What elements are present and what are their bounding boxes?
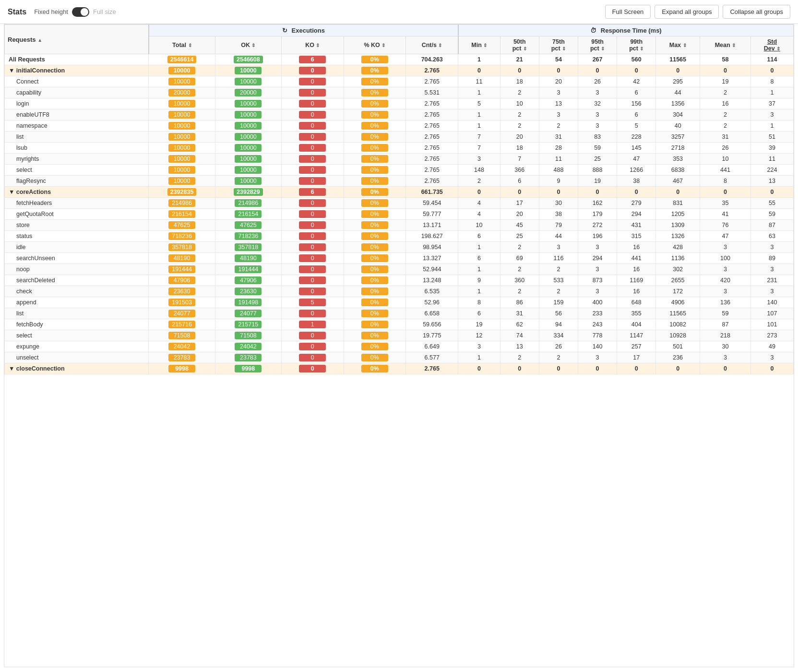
cell-mean: 441 [700, 165, 750, 176]
cell-p75: 13 [539, 98, 578, 109]
cell-pct-ko: 0% [344, 87, 406, 98]
cell-ko: 0 [282, 65, 344, 76]
cell-pct-ko: 0% [344, 319, 406, 330]
cell-p95: 25 [578, 154, 617, 165]
table-row: searchUnseen481904819000%13.327669116294… [5, 253, 794, 264]
cell-mean: 76 [700, 220, 750, 231]
cell-p99: 145 [617, 143, 656, 154]
cell-name: ▼ initialConnection [5, 65, 149, 76]
th-max[interactable]: Max ⇕ [656, 36, 700, 54]
cell-p99: 294 [617, 209, 656, 220]
th-mean[interactable]: Mean ⇕ [700, 36, 750, 54]
cell-min: 11 [458, 76, 500, 87]
th-p75[interactable]: 75thpct ⇕ [539, 36, 578, 54]
cell-cnts: 2.765 [406, 154, 458, 165]
th-pct-ko[interactable]: % KO ⇕ [344, 36, 406, 54]
th-cnts[interactable]: Cnt/s ⇕ [406, 36, 458, 54]
cell-total: 71508 [149, 330, 215, 341]
cell-stddev: 11 [750, 154, 793, 165]
th-stddev[interactable]: StdDev ⇕ [750, 36, 793, 54]
th-requests-header: Requests ▲ [5, 25, 149, 54]
cell-ok: 10000 [215, 143, 281, 154]
cell-pct-ko: 0% [344, 132, 406, 143]
cell-p99: 5 [617, 120, 656, 132]
cell-min: 19 [458, 319, 500, 330]
cell-ko: 1 [282, 319, 344, 330]
cell-p50: 2 [500, 109, 539, 120]
cell-total: 10000 [149, 98, 215, 109]
cell-p99: 17 [617, 352, 656, 363]
cell-min: 148 [458, 165, 500, 176]
cell-max: 353 [656, 154, 700, 165]
collapse-all-button[interactable]: Collapse all groups [723, 5, 790, 19]
cell-p50: 20 [500, 132, 539, 143]
cell-p75: 2 [539, 286, 578, 297]
cell-p75: 9 [539, 176, 578, 187]
th-min[interactable]: Min ⇕ [458, 36, 500, 54]
cell-cnts: 59.777 [406, 209, 458, 220]
cell-pct-ko: 0% [344, 143, 406, 154]
cell-name: unselect [5, 352, 149, 363]
cell-p95: 0 [578, 65, 617, 76]
cell-p99: 228 [617, 132, 656, 143]
cell-total: 10000 [149, 165, 215, 176]
stats-table: Requests ▲ ↻ Executions ⏱ Response Time … [4, 24, 794, 374]
cell-pct-ko: 0% [344, 352, 406, 363]
cell-p99: 1266 [617, 165, 656, 176]
cell-max: 2718 [656, 143, 700, 154]
cell-ok: 10000 [215, 165, 281, 176]
cell-p50: 18 [500, 143, 539, 154]
cell-max: 0 [656, 187, 700, 198]
cell-pct-ko: 0% [344, 297, 406, 308]
table-row: getQuotaRoot21615421615400%59.7774203817… [5, 209, 794, 220]
table-row: lsub100001000000%2.765718285914527182639 [5, 143, 794, 154]
cell-total: 24042 [149, 341, 215, 352]
table-row: select715087150800%19.775127433477811471… [5, 330, 794, 341]
cell-ko: 0 [282, 198, 344, 209]
cell-name: Connect [5, 76, 149, 87]
cell-max: 501 [656, 341, 700, 352]
expand-all-button[interactable]: Expand all groups [655, 5, 719, 19]
cell-p95: 888 [578, 165, 617, 176]
table-row: fetchBody21571621571510%59.6561962942434… [5, 319, 794, 330]
cell-name: namespace [5, 120, 149, 132]
executions-label: Executions [292, 27, 325, 34]
cell-p95: 0 [578, 187, 617, 198]
cell-stddev: 8 [750, 76, 793, 87]
cell-p75: 31 [539, 132, 578, 143]
cell-name: myrights [5, 154, 149, 165]
th-ko[interactable]: KO ⇕ [282, 36, 344, 54]
cell-name: noop [5, 264, 149, 275]
requests-sort[interactable]: ▲ [37, 37, 42, 43]
cell-p99: 315 [617, 231, 656, 242]
cell-min: 6 [458, 308, 500, 319]
cell-mean: 0 [700, 363, 750, 374]
cell-cnts: 661.735 [406, 187, 458, 198]
cell-min: 6 [458, 231, 500, 242]
cell-pct-ko: 0% [344, 198, 406, 209]
cell-max: 1309 [656, 220, 700, 231]
table-row: namespace100001000000%2.765122354021 [5, 120, 794, 132]
cell-cnts: 2.765 [406, 132, 458, 143]
cell-p99: 42 [617, 76, 656, 87]
th-p95[interactable]: 95thpct ⇕ [578, 36, 617, 54]
cell-stddev: 63 [750, 231, 793, 242]
refresh-icon: ↻ [282, 27, 287, 34]
th-ok[interactable]: OK ⇕ [215, 36, 281, 54]
cell-name: store [5, 220, 149, 231]
cell-cnts: 5.531 [406, 87, 458, 98]
cell-mean: 59 [700, 308, 750, 319]
cell-stddev: 49 [750, 341, 793, 352]
cell-p75: 26 [539, 341, 578, 352]
cell-name: All Requests [5, 54, 149, 65]
th-p50[interactable]: 50thpct ⇕ [500, 36, 539, 54]
cell-min: 0 [458, 65, 500, 76]
toggle-switch[interactable] [72, 7, 89, 17]
th-total[interactable]: Total ⇕ [149, 36, 215, 54]
fullscreen-button[interactable]: Full Screen [605, 5, 651, 19]
cell-ko: 6 [282, 187, 344, 198]
cell-p50: 10 [500, 98, 539, 109]
cell-max: 4906 [656, 297, 700, 308]
cell-p95: 3 [578, 352, 617, 363]
th-p99[interactable]: 99thpct ⇕ [617, 36, 656, 54]
